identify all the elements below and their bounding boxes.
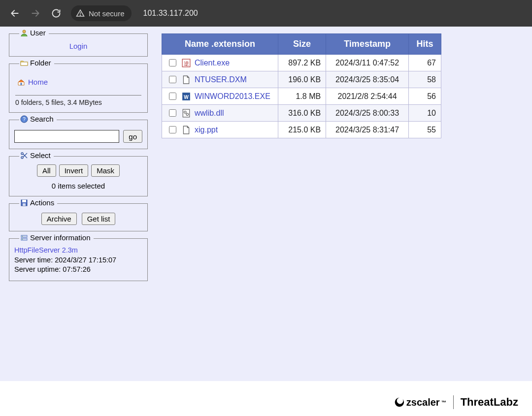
select-panel: Select All Invert Mask 0 items selected <box>9 156 148 196</box>
search-panel-title: Search <box>30 115 54 123</box>
main-area: Name .extension Size Timestamp Hits 逆Cli… <box>162 33 523 281</box>
file-link[interactable]: wwlib.dll <box>195 109 224 118</box>
server-icon <box>20 234 28 242</box>
forward-button[interactable] <box>31 8 40 18</box>
cell-name: wwlib.dll <box>162 105 278 122</box>
search-panel-legend: ? Search <box>19 115 57 123</box>
sidebar: User Login Folder Home 0 folders, 5 file… <box>9 33 148 281</box>
login-link[interactable]: Login <box>69 42 88 50</box>
arrow-left-icon <box>10 8 20 18</box>
scissors-icon <box>20 152 28 160</box>
file-table: Name .extension Size Timestamp Hits 逆Cli… <box>162 33 441 138</box>
server-uptime-label: Server uptime: <box>14 265 63 273</box>
svg-text:?: ? <box>23 117 26 122</box>
cell-hits: 10 <box>408 105 441 122</box>
cell-timestamp: 2024/3/25 8:31:47 <box>326 122 409 138</box>
select-all-button[interactable]: All <box>37 164 56 177</box>
file-link[interactable]: WINWORD2013.EXE <box>195 92 270 101</box>
home-link[interactable]: Home <box>28 78 48 86</box>
cell-hits: 67 <box>408 55 441 71</box>
row-checkbox[interactable] <box>169 109 176 117</box>
actions-panel-title: Actions <box>30 198 54 207</box>
get-list-button[interactable]: Get list <box>82 213 116 225</box>
server-info-title: Server information <box>30 233 91 242</box>
folder-panel-legend: Folder <box>19 59 54 67</box>
cell-hits: 58 <box>408 71 441 88</box>
cell-timestamp: 2024/3/11 0:47:52 <box>326 55 409 71</box>
zscaler-logo: zscaler™ <box>394 397 446 408</box>
reload-button[interactable] <box>51 8 61 18</box>
watermark-divider <box>453 395 454 409</box>
not-secure-label: Not secure <box>89 9 125 18</box>
nav-buttons <box>10 8 61 18</box>
file-link[interactable]: Client.exe <box>195 59 230 67</box>
zscaler-text: zscaler <box>406 397 440 408</box>
actions-panel: Actions Archive Get list <box>9 203 148 231</box>
cell-name: NTUSER.DXM <box>162 71 278 88</box>
table-row: 逆Client.exe897.2 KB2024/3/11 0:47:5267 <box>162 55 441 71</box>
archive-button[interactable]: Archive <box>41 213 77 225</box>
col-size[interactable]: Size <box>278 34 326 55</box>
cell-size: 196.0 KB <box>278 71 326 88</box>
search-input[interactable] <box>14 130 119 143</box>
file-type-icon <box>182 109 191 118</box>
row-checkbox[interactable] <box>169 76 176 83</box>
home-icon <box>17 78 25 86</box>
actions-panel-legend: Actions <box>19 198 57 207</box>
cell-size: 215.0 KB <box>278 122 326 138</box>
col-name[interactable]: Name .extension <box>162 34 278 55</box>
user-panel-title: User <box>30 29 46 37</box>
file-type-icon <box>182 126 191 134</box>
svg-rect-14 <box>22 200 26 202</box>
select-status: 0 items selected <box>14 182 142 190</box>
table-row: WWINWORD2013.EXE1.8 MB2021/2/8 2:54:4456 <box>162 88 441 105</box>
select-invert-button[interactable]: Invert <box>59 164 89 177</box>
cell-size: 316.0 KB <box>278 105 326 122</box>
table-row: wwlib.dll316.0 KB2024/3/25 8:00:3310 <box>162 105 441 122</box>
folder-panel-title: Folder <box>30 59 51 67</box>
help-icon: ? <box>20 115 28 123</box>
cell-name: xig.ppt <box>162 122 278 138</box>
server-info-panel: Server information HttpFileServer 2.3m S… <box>9 238 148 281</box>
row-checkbox[interactable] <box>169 126 176 133</box>
server-time-label: Server time: <box>14 256 55 264</box>
server-uptime-value: 07:57:26 <box>63 265 90 273</box>
svg-point-10 <box>21 153 23 155</box>
table-row: NTUSER.DXM196.0 KB2024/3/25 8:35:0458 <box>162 71 441 88</box>
svg-text:逆: 逆 <box>184 60 189 66</box>
folder-status: 0 folders, 5 files, 3.4 MBytes <box>15 95 141 106</box>
user-panel: User Login <box>9 33 148 57</box>
cell-name: WWINWORD2013.EXE <box>162 88 278 105</box>
file-link[interactable]: NTUSER.DXM <box>195 75 247 84</box>
reload-icon <box>51 8 61 18</box>
select-mask-button[interactable]: Mask <box>91 164 120 177</box>
cell-size: 1.8 MB <box>278 88 326 105</box>
file-link[interactable]: xig.ppt <box>195 126 218 134</box>
threatlabz-text: ThreatLabz <box>461 396 518 409</box>
svg-point-19 <box>22 239 23 240</box>
back-button[interactable] <box>10 8 20 18</box>
row-checkbox[interactable] <box>169 59 176 66</box>
search-panel: ? Search go <box>9 120 148 149</box>
address-bar-text[interactable]: 101.33.117.200 <box>143 9 198 18</box>
arrow-right-icon <box>31 8 40 18</box>
svg-text:W: W <box>184 94 189 99</box>
trademark-symbol: ™ <box>441 400 446 405</box>
cell-timestamp: 2021/2/8 2:54:44 <box>326 88 409 105</box>
cell-hits: 55 <box>408 122 441 138</box>
col-hits[interactable]: Hits <box>408 34 441 55</box>
cell-size: 897.2 KB <box>278 55 326 71</box>
server-product-link[interactable]: HttpFileServer 2.3m <box>14 246 78 254</box>
search-go-button[interactable]: go <box>123 130 142 143</box>
col-timestamp[interactable]: Timestamp <box>326 34 409 55</box>
cell-name: 逆Client.exe <box>162 55 278 71</box>
user-panel-legend: User <box>19 29 49 37</box>
file-type-icon: W <box>182 92 191 101</box>
watermark: zscaler™ ThreatLabz <box>394 395 518 409</box>
file-type-icon <box>182 75 191 84</box>
row-checkbox[interactable] <box>169 93 176 100</box>
server-info-legend: Server information <box>19 233 94 242</box>
security-chip[interactable]: Not secure <box>71 5 132 21</box>
select-panel-legend: Select <box>19 151 54 160</box>
svg-rect-24 <box>183 109 190 117</box>
